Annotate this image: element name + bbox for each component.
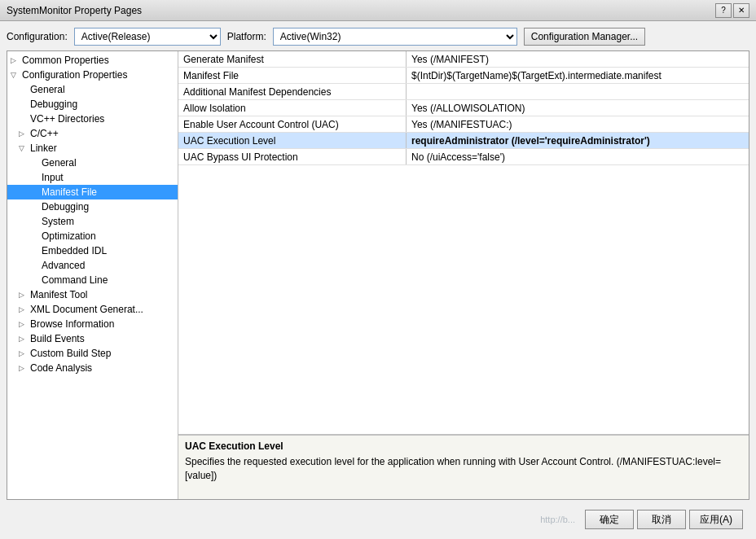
tree-arrow-browse-information: ▷ (19, 320, 30, 328)
prop-value-enable-uac: Yes (/MANIFESTUAC:) (407, 116, 749, 132)
tree-item-optimization[interactable]: Optimization (7, 229, 178, 243)
tree-label-linker-debugging: Debugging (42, 201, 89, 213)
prop-value-manifest-file: $(IntDir)$(TargetName)$(TargetExt).inter… (407, 68, 749, 83)
tree-label-linker-general: General (42, 157, 77, 169)
prop-row-allow-isolation[interactable]: Allow IsolationYes (/ALLOWISOLATION) (178, 100, 749, 116)
tree-item-manifest-file[interactable]: Manifest File (7, 185, 178, 199)
close-button[interactable]: ✕ (733, 3, 749, 18)
cancel-button[interactable]: 取消 (637, 510, 686, 529)
tree-label-configuration-properties: Configuration Properties (22, 69, 127, 81)
tree-item-advanced[interactable]: Advanced (7, 258, 178, 273)
prop-row-generate-manifest[interactable]: Generate ManifestYes (/MANIFEST) (178, 51, 749, 68)
tree-label-manifest-tool: Manifest Tool (30, 289, 87, 300)
title-buttons: ? ✕ (715, 3, 749, 18)
tree-arrow-build-events: ▷ (19, 335, 30, 343)
description-panel: UAC Execution Level Specifies the reques… (178, 434, 749, 499)
prop-value-allow-isolation: Yes (/ALLOWISOLATION) (407, 100, 749, 116)
prop-row-manifest-file[interactable]: Manifest File$(IntDir)$(TargetName)$(Tar… (178, 68, 749, 84)
tree-item-cpp[interactable]: ▷C/C++ (7, 126, 178, 141)
prop-name-generate-manifest: Generate Manifest (178, 51, 407, 67)
tree-panel: ▷Common Properties▽Configuration Propert… (7, 51, 178, 499)
prop-name-uac-execution-level: UAC Execution Level (178, 133, 407, 148)
config-manager-button[interactable]: Configuration Manager... (524, 28, 645, 46)
prop-value-additional-manifest-deps (407, 84, 749, 99)
title-bar: SystemMonitor Property Pages ? ✕ (0, 0, 756, 21)
tree-label-linker-input: Input (42, 172, 64, 183)
prop-name-uac-bypass-ui: UAC Bypass UI Protection (178, 149, 407, 164)
help-button[interactable]: ? (715, 3, 732, 18)
prop-name-additional-manifest-deps: Additional Manifest Dependencies (178, 84, 407, 99)
tree-item-browse-information[interactable]: ▷Browse Information (7, 317, 178, 331)
tree-label-manifest-file: Manifest File (42, 186, 97, 198)
prop-row-additional-manifest-deps[interactable]: Additional Manifest Dependencies (178, 84, 749, 100)
tree-item-command-line[interactable]: Command Line (7, 273, 178, 287)
tree-label-common-properties: Common Properties (22, 55, 109, 66)
tree-label-xml-document: XML Document Generat... (30, 304, 143, 315)
ok-button[interactable]: 确定 (585, 510, 634, 529)
tree-label-build-events: Build Events (30, 333, 85, 344)
tree-label-advanced: Advanced (42, 260, 85, 271)
tree-item-linker-debugging[interactable]: Debugging (7, 199, 178, 214)
config-row: Configuration: Active(Release) Platform:… (7, 28, 749, 46)
tree-item-custom-build-step[interactable]: ▷Custom Build Step (7, 346, 178, 361)
tree-item-debugging[interactable]: Debugging (7, 97, 178, 112)
tree-label-custom-build-step: Custom Build Step (30, 348, 111, 359)
tree-item-xml-document[interactable]: ▷XML Document Generat... (7, 302, 178, 317)
prop-name-manifest-file: Manifest File (178, 68, 407, 83)
tree-arrow-manifest-tool: ▷ (19, 291, 30, 299)
tree-item-vc-directories[interactable]: VC++ Directories (7, 112, 178, 126)
config-label: Configuration: (7, 31, 68, 42)
platform-select[interactable]: Active(Win32) (273, 28, 517, 46)
props-table: Generate ManifestYes (/MANIFEST)Manifest… (178, 51, 749, 434)
dialog-title: SystemMonitor Property Pages (7, 5, 142, 16)
prop-name-allow-isolation: Allow Isolation (178, 100, 407, 116)
tree-label-optimization: Optimization (42, 230, 96, 242)
tree-item-linker-general[interactable]: General (7, 156, 178, 170)
tree-arrow-configuration-properties: ▽ (11, 71, 22, 79)
tree-label-cpp: C/C++ (30, 128, 59, 139)
tree-item-general[interactable]: General (7, 82, 178, 97)
prop-value-uac-execution-level: requireAdministrator (/level='requireAdm… (407, 133, 749, 148)
tree-item-code-analysis[interactable]: ▷Code Analysis (7, 361, 178, 375)
tree-label-system: System (42, 216, 74, 227)
apply-button[interactable]: 应用(A) (689, 510, 743, 529)
prop-name-enable-uac: Enable User Account Control (UAC) (178, 116, 407, 132)
prop-value-generate-manifest: Yes (/MANIFEST) (407, 51, 749, 67)
tree-item-build-events[interactable]: ▷Build Events (7, 331, 178, 346)
tree-item-manifest-tool[interactable]: ▷Manifest Tool (7, 287, 178, 302)
tree-item-configuration-properties[interactable]: ▽Configuration Properties (7, 68, 178, 82)
tree-arrow-common-properties: ▷ (11, 56, 22, 64)
prop-row-uac-execution-level[interactable]: UAC Execution LevelrequireAdministrator … (178, 133, 749, 149)
tree-label-general: General (30, 84, 65, 95)
tree-label-debugging: Debugging (30, 99, 77, 110)
config-select[interactable]: Active(Release) (74, 28, 221, 46)
tree-item-linker-input[interactable]: Input (7, 170, 178, 185)
props-panel: Generate ManifestYes (/MANIFEST)Manifest… (178, 51, 749, 499)
tree-label-browse-information: Browse Information (30, 318, 114, 330)
prop-value-uac-bypass-ui: No (/uiAccess='false') (407, 149, 749, 164)
tree-arrow-linker: ▽ (19, 144, 30, 152)
tree-item-linker[interactable]: ▽Linker (7, 141, 178, 156)
bottom-buttons: http://b... 确定 取消 应用(A) (7, 505, 749, 532)
prop-row-enable-uac[interactable]: Enable User Account Control (UAC)Yes (/M… (178, 116, 749, 133)
tree-item-common-properties[interactable]: ▷Common Properties (7, 53, 178, 68)
tree-arrow-code-analysis: ▷ (19, 364, 30, 372)
watermark: http://b... (540, 515, 575, 524)
desc-text: Specifies the requested execution level … (185, 455, 742, 483)
tree-label-code-analysis: Code Analysis (30, 362, 92, 374)
tree-label-command-line: Command Line (42, 274, 108, 286)
tree-label-linker: Linker (30, 142, 57, 154)
tree-label-embedded-idl: Embedded IDL (42, 245, 107, 256)
platform-label: Platform: (227, 31, 266, 42)
main-area: ▷Common Properties▽Configuration Propert… (7, 50, 749, 500)
desc-title: UAC Execution Level (185, 440, 742, 452)
tree-arrow-custom-build-step: ▷ (19, 349, 30, 357)
tree-arrow-cpp: ▷ (19, 129, 30, 138)
dialog-content: Configuration: Active(Release) Platform:… (0, 21, 756, 539)
tree-item-embedded-idl[interactable]: Embedded IDL (7, 243, 178, 258)
prop-row-uac-bypass-ui[interactable]: UAC Bypass UI ProtectionNo (/uiAccess='f… (178, 149, 749, 165)
tree-label-vc-directories: VC++ Directories (30, 113, 104, 125)
tree-arrow-xml-document: ▷ (19, 305, 30, 313)
tree-item-system[interactable]: System (7, 214, 178, 229)
